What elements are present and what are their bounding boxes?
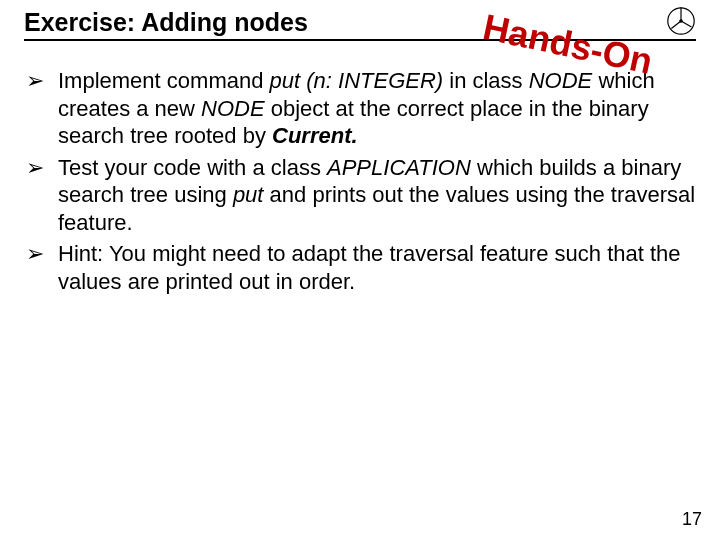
bullet-item: ➢Implement command put (n: INTEGER) in c…: [24, 67, 696, 150]
bullet-marker: ➢: [24, 240, 58, 295]
svg-line-2: [681, 21, 692, 27]
header: Exercise: Adding nodes: [24, 8, 696, 41]
text-run: Current.: [272, 123, 358, 148]
bullet-marker: ➢: [24, 154, 58, 237]
svg-point-4: [679, 19, 683, 23]
svg-line-3: [671, 21, 681, 29]
slide-body: ➢Implement command put (n: INTEGER) in c…: [24, 67, 696, 295]
text-run: Hint: You might need to adapt the traver…: [58, 241, 681, 294]
text-run: Test your code with a class: [58, 155, 327, 180]
bullet-item: ➢Hint: You might need to adapt the trave…: [24, 240, 696, 295]
text-run: put (n: INTEGER): [270, 68, 444, 93]
text-run: NODE: [529, 68, 593, 93]
bullet-text: Hint: You might need to adapt the traver…: [58, 240, 696, 295]
bullet-marker: ➢: [24, 67, 58, 150]
slide-title: Exercise: Adding nodes: [24, 8, 308, 37]
text-run: Implement command: [58, 68, 270, 93]
text-run: put: [233, 182, 264, 207]
bullet-text: Test your code with a class APPLICATION …: [58, 154, 696, 237]
bullet-item: ➢Test your code with a class APPLICATION…: [24, 154, 696, 237]
text-run: NODE: [201, 96, 265, 121]
page-number: 17: [682, 509, 702, 530]
slide: Exercise: Adding nodes Hands-On ➢Impleme…: [0, 0, 720, 540]
logo-icon: [666, 6, 696, 36]
text-run: in class: [443, 68, 529, 93]
text-run: APPLICATION: [327, 155, 471, 180]
bullet-text: Implement command put (n: INTEGER) in cl…: [58, 67, 696, 150]
